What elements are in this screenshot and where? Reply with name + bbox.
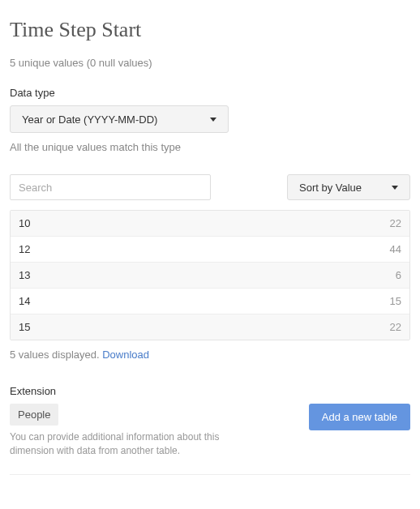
sort-selected: Sort by Value [299,182,362,194]
row-count: 44 [390,243,401,255]
row-count: 22 [390,321,401,333]
data-type-selected: Year or Date (YYYY-MM-DD) [22,113,157,126]
sort-dropdown[interactable]: Sort by Value [287,174,410,200]
table-row[interactable]: 13 6 [11,263,409,289]
caret-down-icon [392,186,398,190]
caret-down-icon [210,118,216,122]
row-value: 10 [19,217,30,229]
table-row[interactable]: 12 44 [11,237,409,263]
extension-hint: You can provide additional information a… [10,430,253,458]
table-row[interactable]: 10 22 [11,211,409,237]
data-type-dropdown[interactable]: Year or Date (YYYY-MM-DD) [10,105,229,133]
row-count: 6 [396,269,401,281]
row-value: 14 [19,295,30,307]
extension-pill[interactable]: People [10,404,58,426]
values-table: 10 22 12 44 13 6 14 15 15 22 [10,210,410,340]
row-value: 13 [19,269,30,281]
unique-values-summary: 5 unique values (0 null values) [10,57,410,69]
data-type-hint: All the unique values match this type [10,141,410,153]
extension-label: Extension [10,385,410,397]
divider [10,474,410,475]
row-count: 22 [390,217,401,229]
values-footer: 5 values displayed. Download [10,349,410,361]
data-type-label: Data type [10,87,410,99]
row-count: 15 [390,295,401,307]
table-row[interactable]: 15 22 [11,314,409,340]
row-value: 12 [19,243,30,255]
page-title: Time Step Start [10,18,410,42]
add-table-button[interactable]: Add a new table [309,404,410,430]
row-value: 15 [19,321,30,333]
table-row[interactable]: 14 15 [11,289,409,314]
search-input[interactable] [10,174,211,200]
download-link[interactable]: Download [102,349,149,361]
